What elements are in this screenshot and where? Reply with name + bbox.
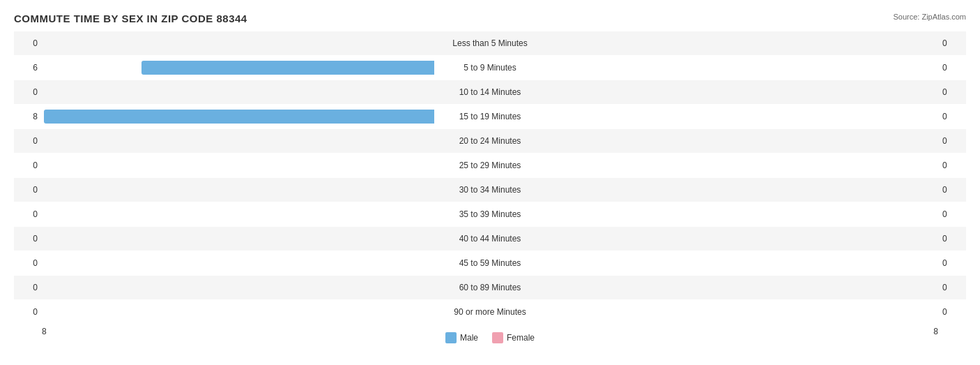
female-value: 0 (938, 209, 966, 219)
female-side (546, 300, 938, 324)
table-row: 0 Less than 5 Minutes 0 (14, 31, 966, 55)
table-row: 0 35 to 39 Minutes 0 (14, 202, 966, 226)
male-side (42, 31, 434, 55)
male-value: 0 (14, 209, 42, 219)
bar-section: 5 to 9 Minutes (42, 56, 938, 80)
bar-section: Less than 5 Minutes (42, 31, 938, 55)
table-row: 0 20 to 24 Minutes 0 (14, 129, 966, 153)
male-value: 0 (14, 136, 42, 146)
legend-male-label: Male (460, 333, 478, 343)
female-value: 0 (938, 161, 966, 170)
male-side (42, 129, 434, 153)
row-label: 20 to 24 Minutes (434, 136, 546, 146)
table-row: 0 10 to 14 Minutes 0 (14, 80, 966, 104)
footer-row: 8 Male Female 8 (14, 327, 966, 343)
female-side (546, 178, 938, 202)
female-value: 0 (938, 63, 966, 73)
bar-section: 30 to 34 Minutes (42, 178, 938, 202)
chart-title: COMMUTE TIME BY SEX IN ZIP CODE 88344 (14, 13, 966, 24)
female-value: 0 (938, 258, 966, 268)
table-row: 6 5 to 9 Minutes 0 (14, 56, 966, 80)
bar-section: 20 to 24 Minutes (42, 129, 938, 153)
row-label: 90 or more Minutes (434, 307, 546, 317)
bar-section: 25 to 29 Minutes (42, 154, 938, 177)
legend: Male Female (445, 332, 535, 343)
female-side (546, 129, 938, 153)
male-value: 0 (14, 283, 42, 292)
bar-section: 60 to 89 Minutes (42, 276, 938, 299)
female-side (546, 154, 938, 177)
female-side (546, 105, 938, 128)
legend-male: Male (445, 332, 478, 343)
bar-section: 45 to 59 Minutes (42, 251, 938, 275)
bar-section: 15 to 19 Minutes (42, 105, 938, 128)
male-value: 0 (14, 161, 42, 170)
row-label: Less than 5 Minutes (434, 38, 546, 48)
female-side (546, 227, 938, 251)
male-bar (141, 61, 434, 75)
male-side (42, 227, 434, 251)
table-row: 0 25 to 29 Minutes 0 (14, 154, 966, 177)
male-side (42, 276, 434, 299)
female-side (546, 80, 938, 104)
row-label: 5 to 9 Minutes (434, 63, 546, 73)
chart-container: COMMUTE TIME BY SEX IN ZIP CODE 88344 So… (0, 0, 980, 365)
table-row: 0 40 to 44 Minutes 0 (14, 227, 966, 251)
male-side (42, 300, 434, 324)
female-value: 0 (938, 136, 966, 146)
row-label: 10 to 14 Minutes (434, 87, 546, 97)
male-side (42, 251, 434, 275)
male-side (42, 56, 434, 80)
table-row: 0 90 or more Minutes 0 (14, 300, 966, 324)
bar-section: 90 or more Minutes (42, 300, 938, 324)
row-label: 15 to 19 Minutes (434, 112, 546, 121)
female-value: 0 (938, 307, 966, 317)
female-value: 0 (938, 234, 966, 244)
male-side (42, 154, 434, 177)
legend-female: Female (492, 332, 535, 343)
table-row: 8 15 to 19 Minutes 0 (14, 105, 966, 128)
female-side (546, 56, 938, 80)
female-value: 0 (938, 185, 966, 195)
female-value: 0 (938, 38, 966, 48)
table-row: 0 30 to 34 Minutes 0 (14, 178, 966, 202)
female-value: 0 (938, 112, 966, 121)
male-value: 8 (14, 112, 42, 121)
table-row: 0 45 to 59 Minutes 0 (14, 251, 966, 275)
footer-left: 8 (42, 327, 47, 343)
row-label: 60 to 89 Minutes (434, 283, 546, 292)
row-label: 35 to 39 Minutes (434, 209, 546, 219)
row-label: 30 to 34 Minutes (434, 185, 546, 195)
male-value: 0 (14, 185, 42, 195)
source-label: Source: ZipAtlas.com (893, 13, 966, 21)
female-side (546, 202, 938, 226)
male-side (42, 80, 434, 104)
male-value: 0 (14, 258, 42, 268)
bar-section: 35 to 39 Minutes (42, 202, 938, 226)
male-side (42, 178, 434, 202)
female-side (546, 31, 938, 55)
footer-right: 8 (933, 327, 938, 343)
male-side (42, 202, 434, 226)
table-row: 0 60 to 89 Minutes 0 (14, 276, 966, 299)
male-value: 6 (14, 63, 42, 73)
row-label: 45 to 59 Minutes (434, 258, 546, 268)
male-value: 0 (14, 307, 42, 317)
chart-area: 0 Less than 5 Minutes 0 6 5 to 9 Minutes… (14, 31, 966, 324)
row-label: 25 to 29 Minutes (434, 161, 546, 170)
male-value: 0 (14, 87, 42, 97)
bar-section: 10 to 14 Minutes (42, 80, 938, 104)
row-label: 40 to 44 Minutes (434, 234, 546, 244)
female-side (546, 251, 938, 275)
female-value: 0 (938, 87, 966, 97)
legend-female-box (492, 332, 503, 343)
male-value: 0 (14, 234, 42, 244)
male-bar (44, 110, 434, 124)
female-side (546, 276, 938, 299)
legend-female-label: Female (507, 333, 535, 343)
male-side (42, 105, 434, 128)
legend-male-box (445, 332, 457, 343)
female-value: 0 (938, 283, 966, 292)
bar-section: 40 to 44 Minutes (42, 227, 938, 251)
male-value: 0 (14, 38, 42, 48)
